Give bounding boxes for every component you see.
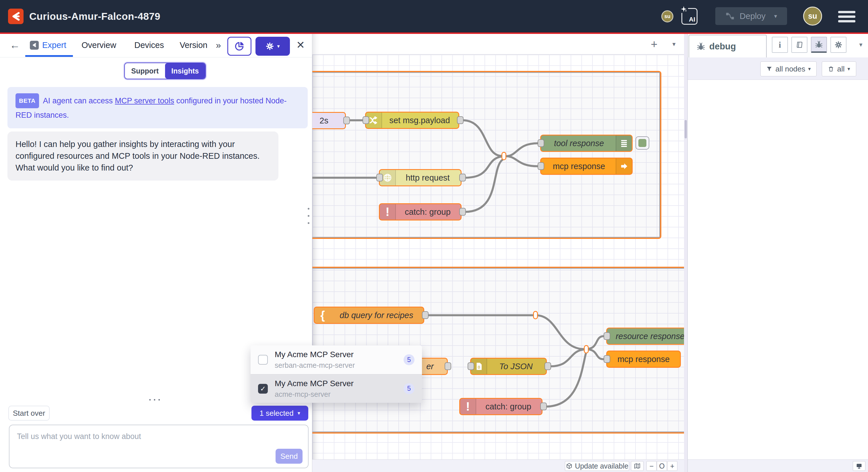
mcp-server-option[interactable]: ✓ My Acme MCP Server acme-mcp-server 5: [251, 374, 422, 403]
node-input-port[interactable]: [376, 174, 383, 181]
selected-servers-dropdown-button[interactable]: 1 selected ▾: [251, 406, 308, 421]
update-available-button[interactable]: Update available: [565, 461, 629, 471]
assistant-side-panel: ← Expert Overview Devices Version »: [0, 34, 312, 472]
flowfuse-logo[interactable]: [8, 9, 24, 24]
debug-filter-nodes-button[interactable]: all nodes ▾: [761, 61, 817, 77]
update-available-label: Update available: [575, 462, 628, 470]
node-input-port[interactable]: [363, 116, 369, 124]
node-inject-2s[interactable]: 2s: [312, 112, 346, 129]
collaborator-avatar[interactable]: su: [661, 10, 673, 22]
flow-list-caret[interactable]: ▾: [668, 38, 680, 51]
mcp-server-title: My Acme MCP Server: [275, 350, 397, 359]
zoom-reset-button[interactable]: O: [657, 461, 667, 471]
tab-version[interactable]: Version: [180, 34, 208, 56]
node-output-port[interactable]: [545, 362, 551, 370]
node-input-port[interactable]: [603, 355, 610, 363]
mcp-server-title: My Acme MCP Server: [275, 379, 397, 388]
close-panel-button[interactable]: ✕: [296, 34, 305, 56]
tab-expert[interactable]: Expert: [30, 34, 66, 56]
zoom-out-button[interactable]: −: [646, 461, 657, 471]
deploy-button[interactable]: Deploy ▾: [715, 7, 787, 25]
debug-sidebar-button[interactable]: [811, 37, 827, 53]
mcp-server-tools-link[interactable]: MCP server tools: [115, 96, 174, 105]
map-icon: [634, 463, 641, 469]
node-output-port[interactable]: [422, 311, 429, 319]
usage-chart-button[interactable]: [227, 37, 251, 56]
node-output-port[interactable]: [445, 362, 451, 370]
checkbox-checked[interactable]: ✓: [258, 384, 268, 394]
composer-resize-handle[interactable]: [149, 399, 160, 401]
debug-tab[interactable]: debug: [689, 35, 767, 57]
open-debug-window-button[interactable]: [853, 461, 865, 471]
zoom-in-button[interactable]: +: [667, 461, 677, 471]
node-output-port[interactable]: [457, 116, 464, 124]
node-input-port[interactable]: [468, 362, 474, 370]
minimap-toggle-button[interactable]: [631, 461, 644, 471]
mcp-server-dropdown: My Acme MCP Server serban-acme-mcp-serve…: [251, 345, 422, 403]
add-flow-button[interactable]: +: [648, 38, 661, 51]
node-input-port[interactable]: [538, 139, 544, 147]
help-sidebar-button[interactable]: [792, 37, 807, 53]
node-link-out-mcp-response[interactable]: mcp response: [540, 158, 632, 175]
expert-tab-icon: [30, 41, 39, 50]
deploy-caret-icon[interactable]: ▾: [774, 12, 777, 20]
settings-dropdown-button[interactable]: ▾: [255, 37, 290, 56]
debug-filter-label: all nodes: [775, 65, 805, 73]
node-output-port[interactable]: [540, 403, 547, 410]
wire-junction[interactable]: [533, 311, 538, 319]
debug-footer-bar: [688, 460, 868, 472]
filter-caret-icon: ▾: [808, 66, 811, 72]
wire-junction[interactable]: [584, 345, 589, 353]
gear-icon: [266, 42, 274, 51]
node-change-set-msg-payload[interactable]: set msg.payload: [365, 112, 459, 129]
ai-assistant-button[interactable]: AI: [681, 8, 698, 25]
info-sidebar-button[interactable]: i: [772, 37, 788, 53]
flow-tab-bar: + ▾: [312, 34, 684, 55]
node-input-port[interactable]: [603, 332, 610, 340]
tab-overview[interactable]: Overview: [82, 34, 116, 56]
tab-devices[interactable]: Devices: [134, 34, 164, 56]
mcp-server-option[interactable]: My Acme MCP Server serban-acme-mcp-serve…: [251, 345, 422, 374]
assistant-greeting-message: Hello! I can help you gather insights by…: [7, 131, 278, 181]
tool-count-badge: 5: [404, 383, 414, 394]
mcp-server-subtitle: serban-acme-mcp-server: [275, 361, 397, 370]
node-link-out-tool-response[interactable]: tool response: [540, 135, 632, 152]
flow-group-tools[interactable]: [312, 72, 660, 238]
return-lines-icon: [616, 136, 632, 151]
toggle-support[interactable]: Support: [125, 63, 165, 79]
node-catch-group-2[interactable]: ! catch: group: [459, 398, 542, 415]
package-icon: [566, 463, 572, 469]
checkbox-unchecked[interactable]: [258, 355, 268, 365]
node-output-port[interactable]: [459, 208, 466, 216]
node-json-to-json[interactable]: {} To JSON: [470, 358, 547, 375]
canvas-vertical-scrollbar[interactable]: [684, 34, 687, 472]
beta-notice-banner: BETAAI agent can access MCP server tools…: [7, 87, 308, 128]
debug-clear-all-label: all: [837, 65, 844, 73]
main-menu-button[interactable]: [838, 11, 856, 22]
wire-junction[interactable]: [501, 152, 506, 160]
beta-text-before: AI agent can access: [43, 96, 115, 105]
more-tabs-chevron[interactable]: »: [216, 34, 221, 56]
back-button[interactable]: ←: [10, 34, 20, 56]
config-sidebar-button[interactable]: [830, 37, 846, 53]
panel-resize-handle[interactable]: [308, 208, 309, 224]
node-input-port[interactable]: [538, 162, 544, 170]
node-catch-group[interactable]: ! catch: group: [379, 203, 462, 220]
node-output-port[interactable]: [343, 117, 350, 124]
node-http-request[interactable]: http request: [379, 169, 462, 186]
scrollbar-thumb[interactable]: [685, 120, 687, 138]
user-avatar[interactable]: su: [803, 7, 822, 26]
node-template-db-query[interactable]: { db query for recipes: [314, 306, 424, 324]
node-link-out-resource-response[interactable]: resource response: [606, 328, 684, 345]
debug-clear-all-button[interactable]: all ▾: [822, 61, 856, 77]
node-output-port[interactable]: [459, 174, 466, 181]
tab-expert-label: Expert: [42, 40, 66, 50]
debug-node-toggle[interactable]: [636, 137, 649, 150]
start-over-button[interactable]: Start over: [8, 406, 50, 421]
sidebar-menu-caret[interactable]: ▾: [855, 37, 867, 53]
book-icon: [795, 41, 803, 49]
toggle-insights[interactable]: Insights: [165, 63, 205, 79]
node-link-out-mcp-response-2[interactable]: mcp response: [606, 351, 681, 368]
chat-input[interactable]: [9, 425, 308, 453]
send-button[interactable]: Send: [276, 449, 303, 464]
